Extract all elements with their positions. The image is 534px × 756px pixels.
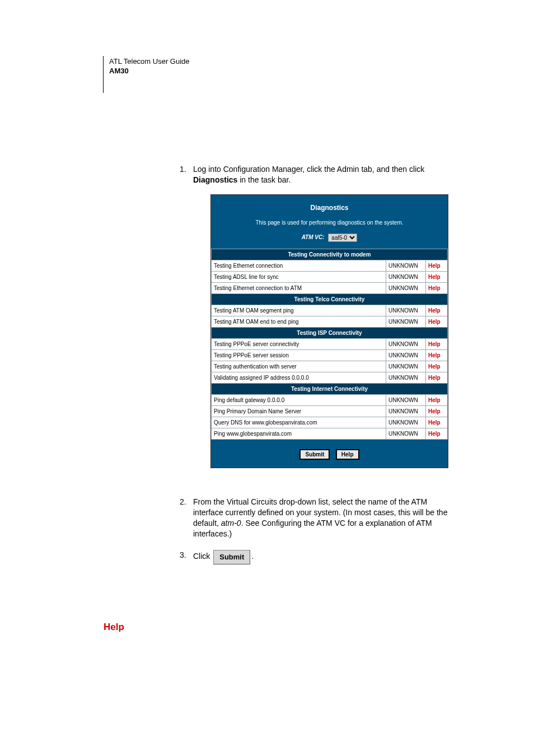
test-name: Testing PPPoE server session xyxy=(212,350,386,361)
atm-vc-row: ATM VC: aal5-0 xyxy=(216,234,443,242)
test-status: UNKNOWN xyxy=(386,372,426,384)
help-link[interactable]: Help xyxy=(428,341,441,347)
section-header: Testing Connectivity to modem xyxy=(212,249,448,260)
table-row: Ping www.globespanvirata.comUNKNOWNHelp xyxy=(212,428,448,440)
atm-vc-label: ATM VC: xyxy=(302,234,325,240)
step-3-text-pre: Click xyxy=(193,552,212,561)
table-row: Testing authentication with serverUNKNOW… xyxy=(212,361,448,372)
help-cell: Help xyxy=(426,272,448,283)
diagnostics-panel: Diagnostics This page is used for perfor… xyxy=(210,194,448,468)
step-2: 2. From the Virtual Circuits drop-down l… xyxy=(193,497,448,539)
test-status: UNKNOWN xyxy=(386,305,426,316)
help-link[interactable]: Help xyxy=(428,352,441,358)
help-link[interactable]: Help xyxy=(428,375,441,381)
table-row: Testing Ethernet connectionUNKNOWNHelp xyxy=(212,260,448,272)
test-status: UNKNOWN xyxy=(386,272,426,283)
help-link[interactable]: Help xyxy=(428,431,441,437)
test-name: Testing Ethernet connection xyxy=(212,260,386,272)
help-link[interactable]: Help xyxy=(428,363,441,370)
panel-title: Diagnostics xyxy=(216,204,443,212)
help-cell: Help xyxy=(426,350,448,361)
table-row: Query DNS for www.globespanvirata.comUNK… xyxy=(212,417,448,428)
diagnostics-table: Testing Connectivity to modemTesting Eth… xyxy=(211,249,448,440)
step-1-number: 1. xyxy=(180,164,186,175)
help-link[interactable]: Help xyxy=(428,285,441,291)
table-row: Testing ATM OAM segment pingUNKNOWNHelp xyxy=(212,305,448,316)
help-link[interactable]: Help xyxy=(428,274,441,280)
help-cell: Help xyxy=(426,260,448,272)
step-1-text-bold: Diagnostics xyxy=(193,175,237,184)
help-cell: Help xyxy=(426,372,448,384)
step-3-number: 3. xyxy=(180,550,186,561)
test-status: UNKNOWN xyxy=(386,260,426,272)
doc-header: ATL Telecom User Guide AM30 xyxy=(103,56,190,93)
test-status: UNKNOWN xyxy=(386,361,426,372)
test-status: UNKNOWN xyxy=(386,283,426,294)
test-status: UNKNOWN xyxy=(386,350,426,361)
test-status: UNKNOWN xyxy=(386,417,426,428)
help-cell: Help xyxy=(426,316,448,328)
help-link[interactable]: Help xyxy=(428,319,441,325)
section-header: Testing Telco Connectivity xyxy=(212,294,448,305)
table-row: Ping Primary Domain Name ServerUNKNOWNHe… xyxy=(212,406,448,417)
step-1-text-pre: Log into Configuration Manager, click th… xyxy=(193,165,424,174)
test-name: Testing authentication with server xyxy=(212,361,386,372)
table-row: Ping default gateway 0.0.0.0UNKNOWNHelp xyxy=(212,395,448,406)
table-row: Testing ADSL line for syncUNKNOWNHelp xyxy=(212,272,448,283)
table-row: Testing ATM OAM end to end pingUNKNOWNHe… xyxy=(212,316,448,328)
test-name: Testing ATM OAM end to end ping xyxy=(212,316,386,328)
help-link[interactable]: Help xyxy=(428,419,441,426)
section-header: Testing ISP Connectivity xyxy=(212,328,448,339)
help-cell: Help xyxy=(426,361,448,372)
help-link[interactable]: Help xyxy=(428,397,441,403)
doc-model: AM30 xyxy=(109,67,190,76)
submit-inline-button[interactable]: Submit xyxy=(213,550,250,564)
help-link[interactable]: Help xyxy=(428,307,441,314)
test-name: Ping default gateway 0.0.0.0 xyxy=(212,395,386,406)
test-name: Ping www.globespanvirata.com xyxy=(212,428,386,440)
table-row: Validating assigned IP address 0.0.0.0UN… xyxy=(212,372,448,384)
table-row: Testing PPPoE server sessionUNKNOWNHelp xyxy=(212,350,448,361)
submit-button[interactable]: Submit xyxy=(299,449,330,460)
table-row: Testing PPPoE server connectivityUNKNOWN… xyxy=(212,339,448,350)
step-3: 3. Click Submit. xyxy=(193,550,448,564)
section-header: Testing Internet Connectivity xyxy=(212,384,448,395)
table-row: Testing Ethernet connection to ATMUNKNOW… xyxy=(212,283,448,294)
help-cell: Help xyxy=(426,406,448,417)
test-name: Testing ATM OAM segment ping xyxy=(212,305,386,316)
help-cell: Help xyxy=(426,305,448,316)
test-status: UNKNOWN xyxy=(386,395,426,406)
test-status: UNKNOWN xyxy=(386,316,426,328)
test-status: UNKNOWN xyxy=(386,406,426,417)
panel-description: This page is used for performing diagnos… xyxy=(216,220,443,226)
help-link[interactable]: Help xyxy=(428,408,441,414)
help-cell: Help xyxy=(426,395,448,406)
help-link[interactable]: Help xyxy=(428,263,441,269)
test-name: Testing Ethernet connection to ATM xyxy=(212,283,386,294)
help-cell: Help xyxy=(426,417,448,428)
step-1-text-post: in the task bar. xyxy=(237,175,291,184)
atm-vc-select[interactable]: aal5-0 xyxy=(328,234,357,242)
step-2-number: 2. xyxy=(180,497,186,507)
test-name: Ping Primary Domain Name Server xyxy=(212,406,386,417)
panel-footer: Submit Help xyxy=(211,440,448,468)
test-name: Testing PPPoE server connectivity xyxy=(212,339,386,350)
step-2-text-italic: atm-0 xyxy=(221,519,241,528)
test-status: UNKNOWN xyxy=(386,339,426,350)
help-heading: Help xyxy=(104,622,124,633)
test-name: Validating assigned IP address 0.0.0.0 xyxy=(212,372,386,384)
step-1: 1. Log into Configuration Manager, click… xyxy=(193,164,448,185)
doc-title: ATL Telecom User Guide xyxy=(109,57,190,67)
help-button[interactable]: Help xyxy=(336,449,359,460)
test-name: Query DNS for www.globespanvirata.com xyxy=(212,417,386,428)
test-status: UNKNOWN xyxy=(386,428,426,440)
panel-header: Diagnostics This page is used for perfor… xyxy=(211,195,448,249)
help-cell: Help xyxy=(426,283,448,294)
help-cell: Help xyxy=(426,339,448,350)
help-cell: Help xyxy=(426,428,448,440)
step-3-text-post: . xyxy=(251,552,254,561)
test-name: Testing ADSL line for sync xyxy=(212,272,386,283)
